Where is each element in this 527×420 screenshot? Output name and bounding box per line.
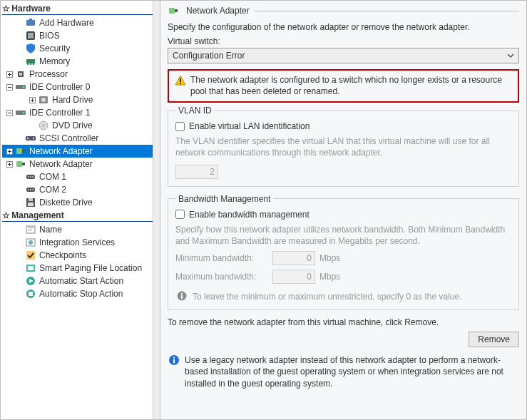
vlan-help-text: The VLAN identifier specifies the virtua… — [175, 135, 511, 158]
bandwidth-note: To leave the minimum or maximum unrestri… — [193, 291, 511, 302]
max-bandwidth-unit: Mbps — [319, 272, 340, 282]
tree-item-label: DVD Drive — [52, 119, 93, 132]
expand-icon[interactable] — [5, 160, 14, 168]
expand-icon[interactable] — [28, 96, 36, 104]
tree-item-paging[interactable]: Smart Paging File Location — [2, 262, 160, 275]
tree-item-label: IDE Controller 0 — [29, 81, 90, 93]
svg-rect-51 — [28, 203, 34, 206]
tree-item-floppy[interactable]: Diskette Drive — [2, 196, 160, 209]
max-bandwidth-label: Maximum bandwidth: — [175, 272, 268, 282]
virtual-switch-dropdown[interactable]: Configuration Error — [168, 48, 519, 63]
tree-item-ide[interactable]: IDE Controller 0 — [2, 81, 160, 93]
collapse-icon[interactable] — [5, 83, 14, 91]
svg-rect-73 — [173, 357, 175, 359]
nic-icon — [168, 5, 179, 16]
svg-rect-35 — [22, 150, 25, 153]
svg-rect-64 — [169, 8, 175, 14]
tree-item-label: IDE Controller 1 — [29, 106, 90, 119]
tree-item-label: Network Adapter — [29, 158, 93, 170]
remove-button[interactable]: Remove — [469, 332, 519, 347]
tree-item-name[interactable]: Name — [2, 223, 160, 236]
tree-item-memory[interactable]: Memory — [2, 55, 160, 68]
tree-item-label: SCSI Controller — [39, 132, 98, 145]
svg-rect-59 — [28, 266, 34, 270]
svg-rect-0 — [26, 20, 35, 26]
svg-point-42 — [28, 176, 29, 178]
expander-spacer — [28, 121, 36, 130]
expand-icon[interactable] — [5, 70, 14, 78]
check-icon — [25, 250, 36, 261]
vlan-id-input[interactable] — [175, 165, 218, 179]
tree-section-hardware: ☆ Hardware — [2, 4, 157, 15]
svg-rect-74 — [173, 359, 175, 364]
tree-item-nic-2[interactable]: Network Adapter — [2, 158, 160, 170]
expander-spacer — [15, 44, 24, 53]
tree-item-autostop[interactable]: Automatic Stop Action — [2, 287, 160, 300]
tree-item-check[interactable]: Checkpoints — [2, 249, 160, 262]
tree-item-hdd[interactable]: Hard Drive — [2, 93, 160, 106]
svg-rect-4 — [26, 59, 35, 63]
name-icon — [25, 224, 36, 235]
tree-item-com[interactable]: COM 2 — [2, 183, 160, 196]
svg-rect-40 — [22, 163, 25, 165]
svg-rect-34 — [16, 148, 22, 154]
min-bandwidth-label: Minimum bandwidth: — [175, 253, 268, 263]
expander-spacer — [15, 134, 24, 143]
tree-item-cpu[interactable]: Processor — [2, 68, 160, 81]
panel-intro-text: Specify the configuration of the network… — [168, 22, 519, 32]
tree-section-management: ☆ Management — [2, 210, 157, 222]
hdd-icon — [38, 94, 49, 106]
tree-item-autostart[interactable]: Automatic Start Action — [2, 275, 160, 287]
tree-item-scsi[interactable]: SCSI Controller — [2, 132, 160, 145]
paging-icon — [25, 262, 36, 274]
tree-item-label: Smart Paging File Location — [39, 262, 142, 275]
expander-spacer — [15, 238, 24, 247]
tree-item-integ[interactable]: Integration Services — [2, 236, 160, 249]
enable-vlan-checkbox[interactable] — [175, 122, 185, 131]
tree-item-dvd[interactable]: DVD Drive — [2, 119, 160, 132]
tree-item-label: Hard Drive — [52, 93, 93, 106]
com-icon — [25, 171, 36, 183]
max-bandwidth-input[interactable] — [272, 270, 315, 284]
min-bandwidth-input[interactable] — [272, 251, 315, 265]
tree-item-ide[interactable]: IDE Controller 1 — [2, 106, 160, 119]
tree-item-label: Memory — [39, 55, 70, 68]
tree-item-label: Automatic Stop Action — [39, 287, 123, 300]
svg-point-47 — [30, 189, 31, 190]
svg-rect-53 — [28, 227, 34, 228]
tree-scrollbar[interactable] — [153, 1, 160, 419]
svg-rect-5 — [27, 63, 29, 65]
tree-item-security[interactable]: Security — [2, 42, 160, 55]
warning-callout: The network adapter is configured to a s… — [168, 69, 519, 103]
tree-item-label: Security — [39, 42, 70, 55]
expander-spacer — [15, 198, 24, 207]
svg-rect-65 — [175, 9, 178, 12]
expander-spacer — [15, 57, 24, 66]
svg-point-16 — [23, 86, 25, 88]
svg-rect-70 — [181, 293, 183, 294]
expander-spacer — [15, 264, 24, 272]
tree-item-label: Automatic Start Action — [39, 275, 123, 287]
tree-item-label: Add Hardware — [39, 16, 94, 29]
svg-rect-63 — [29, 292, 33, 296]
tree-item-bios[interactable]: BIOS — [2, 29, 160, 42]
tree-item-nic[interactable]: Network Adapter — [2, 145, 160, 158]
svg-rect-3 — [28, 33, 34, 39]
tree-item-com[interactable]: COM 1 — [2, 170, 160, 183]
settings-tree: ☆ Hardware Add HardwareBIOSSecurityMemor… — [0, 0, 160, 420]
collapse-icon[interactable] — [5, 108, 14, 117]
svg-point-30 — [33, 138, 34, 139]
expander-spacer — [15, 225, 24, 234]
floppy-icon — [25, 197, 36, 208]
expand-icon[interactable] — [5, 147, 14, 155]
bandwidth-help-text: Specify how this network adapter utilize… — [175, 224, 511, 247]
svg-rect-71 — [181, 295, 183, 299]
enable-bandwidth-checkbox[interactable] — [175, 210, 185, 219]
tree-item-add-hw[interactable]: Add Hardware — [2, 16, 160, 29]
ide-icon — [15, 81, 26, 93]
svg-point-48 — [32, 189, 34, 190]
remove-help-text: To remove the network adapter from this … — [168, 317, 519, 327]
svg-point-46 — [28, 189, 29, 190]
expander-spacer — [15, 290, 24, 298]
tree-item-label: COM 2 — [39, 183, 66, 196]
